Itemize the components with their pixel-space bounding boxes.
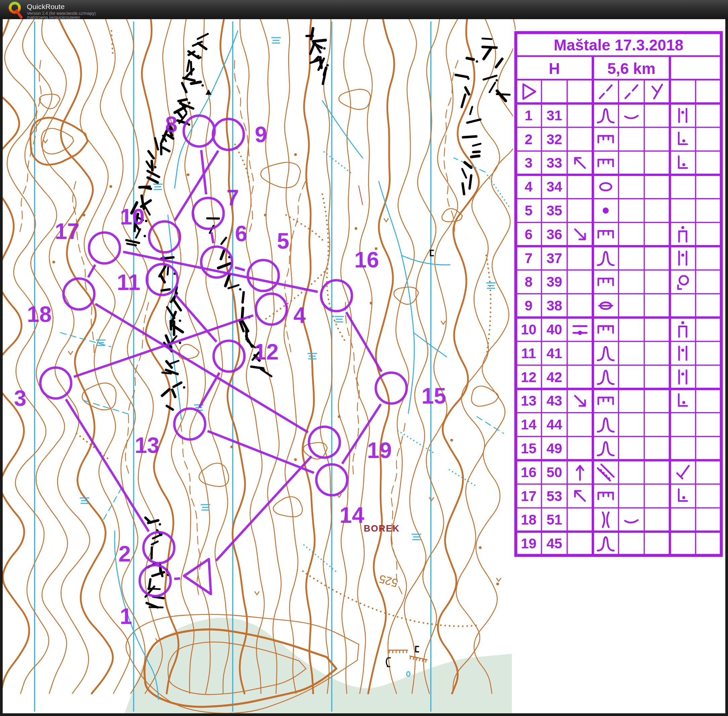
control-number-8: 8 bbox=[165, 112, 178, 137]
sheet-row-number: 19 bbox=[521, 535, 537, 551]
sheet-title: Maštale 17.3.2018 bbox=[554, 36, 683, 54]
control-number-15: 15 bbox=[421, 383, 446, 408]
course-leg-17-18 bbox=[88, 265, 95, 277]
sheet-row-number: 6 bbox=[525, 226, 533, 242]
control-number-18: 18 bbox=[27, 302, 51, 326]
sheet-row-number: 12 bbox=[521, 369, 537, 385]
sheet-row-number: 14 bbox=[521, 417, 537, 432]
sheet-row-number: 3 bbox=[525, 155, 533, 171]
trails bbox=[77, 31, 490, 626]
sheet-row-number: 1 bbox=[525, 108, 533, 123]
sheet-row-code: 40 bbox=[546, 322, 562, 337]
brown-dot bbox=[83, 214, 85, 216]
control-circle-7 bbox=[193, 198, 224, 229]
sheet-row-number: 13 bbox=[521, 393, 537, 408]
control-number-1: 1 bbox=[120, 604, 132, 629]
course-leg-6-7 bbox=[212, 232, 213, 243]
v-mark bbox=[254, 592, 259, 595]
brown-dot bbox=[230, 446, 233, 448]
app-titlebar: QuickRoute Version 2.4 (for www.bestik.c… bbox=[0, 0, 728, 20]
sheet-row-number: 11 bbox=[521, 345, 536, 361]
brown-dot bbox=[187, 173, 189, 176]
brown-dot bbox=[496, 583, 499, 585]
brown-dot bbox=[52, 261, 55, 263]
symbol-boulder bbox=[603, 208, 609, 214]
sheet-row-code: 49 bbox=[546, 440, 562, 456]
control-circle-12 bbox=[213, 341, 244, 372]
control-number-4: 4 bbox=[294, 303, 306, 328]
sheet-row-number: 17 bbox=[521, 488, 537, 504]
v-mark bbox=[429, 497, 434, 501]
control-circle-6 bbox=[201, 247, 232, 278]
sheet-row-number: 2 bbox=[525, 131, 533, 147]
quickroute-q-logo-icon bbox=[8, 1, 23, 18]
brown-dot bbox=[450, 439, 453, 441]
sheet-row-number: 8 bbox=[525, 274, 533, 290]
v-mark bbox=[496, 578, 501, 581]
course-leg-2-3 bbox=[66, 399, 148, 531]
course-leg-15-16 bbox=[346, 312, 381, 372]
sheet-row-number: 7 bbox=[525, 250, 533, 266]
control-number-12: 12 bbox=[254, 339, 278, 364]
control-circle-15 bbox=[376, 373, 407, 404]
ruin-symbol bbox=[416, 646, 419, 652]
course-leg-5-6 bbox=[235, 267, 245, 270]
sheet-row-code: 51 bbox=[546, 512, 562, 528]
sheet-row-code: 50 bbox=[546, 464, 562, 480]
rock-cliffs bbox=[126, 28, 510, 607]
v-mark bbox=[68, 351, 73, 355]
sheet-row-number: 4 bbox=[525, 179, 533, 194]
map-edge-blank bbox=[512, 557, 725, 713]
sheet-row-code: 33 bbox=[546, 155, 562, 171]
control-circle-4 bbox=[256, 294, 287, 325]
control-circle-8 bbox=[184, 115, 215, 147]
black-triangle bbox=[206, 90, 212, 95]
map-canvas[interactable]: BOREK52512345678910111213141516171819Maš… bbox=[3, 19, 725, 713]
red-line bbox=[359, 185, 363, 205]
course-leg-13-14 bbox=[207, 431, 314, 473]
sheet-row-code: 31 bbox=[546, 108, 562, 123]
sheet-row-number: 10 bbox=[521, 322, 537, 337]
sheet-row-code: 44 bbox=[546, 417, 562, 432]
place-label-borek: BOREK bbox=[364, 523, 400, 534]
sheet-row-code: 34 bbox=[546, 179, 562, 194]
control-circle-19 bbox=[309, 427, 340, 458]
control-number-13: 13 bbox=[135, 433, 159, 458]
brown-dot bbox=[264, 214, 266, 216]
brown-dot bbox=[338, 415, 341, 418]
control-number-10: 10 bbox=[120, 204, 144, 229]
sheet-course-class: H bbox=[549, 60, 560, 77]
earth-bank bbox=[388, 650, 408, 653]
control-number-3: 3 bbox=[14, 386, 27, 411]
control-number-2: 2 bbox=[118, 541, 131, 566]
sheet-row-code: 37 bbox=[546, 250, 562, 266]
sheet-row-number: 9 bbox=[525, 298, 533, 314]
control-circle-16 bbox=[321, 280, 352, 311]
sheet-row-code: 38 bbox=[546, 298, 562, 314]
control-number-5: 5 bbox=[277, 229, 289, 253]
quickroute-window: { "header": { "app_name": "QuickRoute", … bbox=[0, 0, 728, 716]
control-number-9: 9 bbox=[255, 122, 267, 147]
control-number-11: 11 bbox=[117, 270, 140, 295]
sheet-row-code: 45 bbox=[546, 535, 562, 551]
control-number-19: 19 bbox=[367, 438, 392, 463]
app-title: QuickRoute bbox=[27, 3, 65, 11]
course-leg-19-S bbox=[216, 456, 311, 561]
sheet-row-code: 53 bbox=[546, 488, 562, 504]
control-number-7: 7 bbox=[227, 185, 239, 210]
control-circle-10 bbox=[149, 221, 180, 252]
orienteering-map[interactable]: BOREK52512345678910111213141516171819Maš… bbox=[3, 19, 725, 713]
brown-dot bbox=[479, 546, 481, 549]
control-circle-17 bbox=[89, 232, 120, 263]
control-circle-3 bbox=[40, 367, 71, 399]
sheet-row-code: 42 bbox=[546, 369, 562, 385]
sheet-row-code: 35 bbox=[546, 203, 562, 218]
sheet-row-code: 43 bbox=[546, 393, 562, 408]
course-leg-S-1 bbox=[174, 579, 180, 579]
brown-dot bbox=[294, 153, 297, 156]
ruin-symbol bbox=[430, 250, 434, 256]
sheet-row-code: 36 bbox=[546, 226, 562, 242]
v-mark bbox=[43, 140, 48, 143]
elevation-label-525: 525 bbox=[377, 572, 399, 590]
sheet-row-number: 15 bbox=[521, 440, 537, 456]
